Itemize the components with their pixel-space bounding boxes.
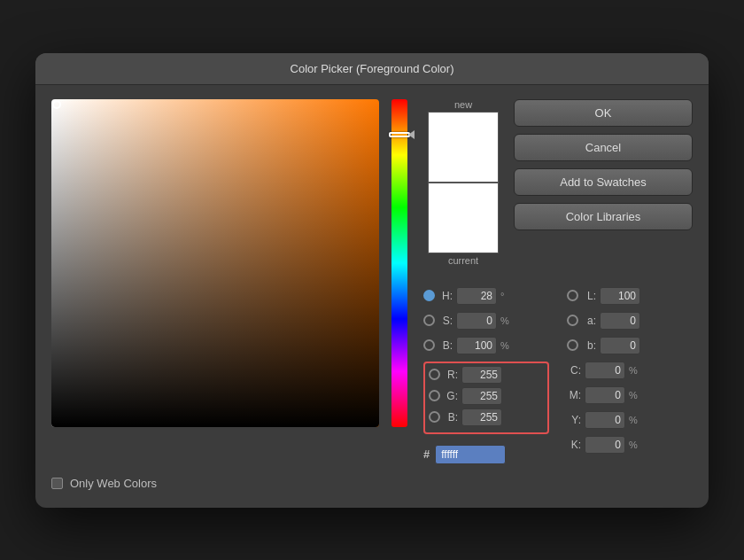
picker-cursor [52, 100, 61, 109]
blue-label: B: [444, 411, 458, 424]
right-inputs-col: L: a: b: [567, 287, 693, 464]
l-radio[interactable] [567, 290, 578, 301]
a-row: a: [567, 312, 693, 330]
b-radio[interactable] [567, 339, 578, 351]
brightness-unit: % [500, 340, 513, 351]
green-input[interactable] [461, 387, 502, 405]
brightness-label: B: [438, 339, 453, 352]
l-row: L: [567, 287, 693, 305]
rgb-highlight-section: R: G: B: [423, 362, 549, 434]
top-right-section: new current OK Cancel Add to Swatches Co… [423, 99, 693, 266]
left-inputs-col: H: ° S: % [423, 287, 549, 464]
saturation-input[interactable] [456, 312, 497, 330]
a-label: a: [582, 315, 596, 327]
green-label: G: [444, 390, 458, 402]
color-picker-canvas[interactable] [51, 99, 379, 427]
black-unit: % [629, 439, 641, 450]
yellow-unit: % [629, 415, 641, 425]
hue-radio[interactable] [423, 290, 435, 301]
brightness-row: B: % [423, 337, 549, 354]
color-picker-dialog: Color Picker (Foreground Color) new [35, 53, 709, 508]
a-radio[interactable] [567, 315, 578, 326]
hue-row: H: ° [423, 287, 549, 305]
hue-label: H: [438, 290, 453, 302]
red-label: R: [444, 369, 458, 381]
current-color-preview[interactable] [428, 183, 499, 253]
black-label: K: [567, 439, 581, 451]
ok-button[interactable]: OK [514, 99, 693, 127]
color-inputs-section: H: ° S: % [423, 282, 693, 464]
bottom-section: Only Web Colors [35, 477, 709, 490]
black-row: K: % [567, 436, 693, 454]
hex-symbol: # [423, 447, 430, 461]
yellow-label: Y: [567, 414, 581, 426]
saturation-unit: % [500, 315, 513, 326]
new-color-preview [428, 112, 499, 183]
cyan-unit: % [629, 365, 641, 376]
action-buttons: OK Cancel Add to Swatches Color Librarie… [514, 99, 693, 266]
blue-input[interactable] [461, 408, 502, 426]
cyan-label: C: [567, 364, 581, 377]
right-panel: new current OK Cancel Add to Swatches Co… [423, 99, 693, 464]
saturation-label: S: [438, 315, 453, 327]
brightness-radio[interactable] [423, 339, 435, 351]
add-to-swatches-button[interactable]: Add to Swatches [514, 168, 693, 196]
saturation-brightness-gradient[interactable] [51, 99, 379, 427]
hue-thumb [389, 132, 410, 137]
hex-row: # [423, 445, 549, 464]
green-radio[interactable] [429, 390, 440, 401]
blue-radio[interactable] [429, 411, 440, 423]
l-input[interactable] [600, 287, 640, 305]
black-input[interactable] [585, 436, 625, 454]
cyan-input[interactable] [585, 362, 625, 379]
inputs-grid: H: ° S: % [423, 287, 693, 464]
saturation-radio[interactable] [423, 315, 435, 326]
red-row: R: [429, 366, 544, 384]
hue-unit: ° [500, 291, 513, 301]
magenta-input[interactable] [585, 386, 625, 404]
yellow-input[interactable] [585, 411, 625, 429]
green-row: G: [429, 387, 544, 405]
magenta-row: M: % [567, 386, 693, 404]
yellow-row: Y: % [567, 411, 693, 429]
only-web-colors-checkbox[interactable] [51, 478, 63, 489]
saturation-row: S: % [423, 312, 549, 330]
cancel-button[interactable]: Cancel [514, 134, 693, 161]
cyan-row: C: % [567, 362, 693, 379]
current-label: current [448, 255, 478, 266]
b-input[interactable] [600, 337, 640, 354]
only-web-colors-label: Only Web Colors [70, 477, 157, 490]
hue-slider-container [391, 99, 411, 427]
title-text: Color Picker (Foreground Color) [291, 62, 454, 75]
brightness-input[interactable] [456, 337, 497, 354]
l-label: L: [582, 290, 596, 302]
b-row: b: [567, 337, 693, 354]
hue-arrow-indicator [408, 130, 415, 139]
hex-input[interactable] [435, 445, 506, 464]
red-radio[interactable] [429, 369, 440, 380]
hue-input[interactable] [456, 287, 497, 305]
hue-slider[interactable] [391, 99, 407, 427]
red-input[interactable] [461, 366, 502, 384]
color-libraries-button[interactable]: Color Libraries [514, 203, 693, 230]
color-preview-section: new current [423, 99, 503, 266]
blue-row: B: [429, 408, 544, 426]
magenta-label: M: [567, 389, 581, 401]
new-label: new [454, 99, 472, 110]
magenta-unit: % [629, 390, 641, 401]
a-input[interactable] [600, 312, 640, 330]
dialog-title: Color Picker (Foreground Color) [35, 53, 709, 85]
b-label: b: [582, 339, 596, 352]
